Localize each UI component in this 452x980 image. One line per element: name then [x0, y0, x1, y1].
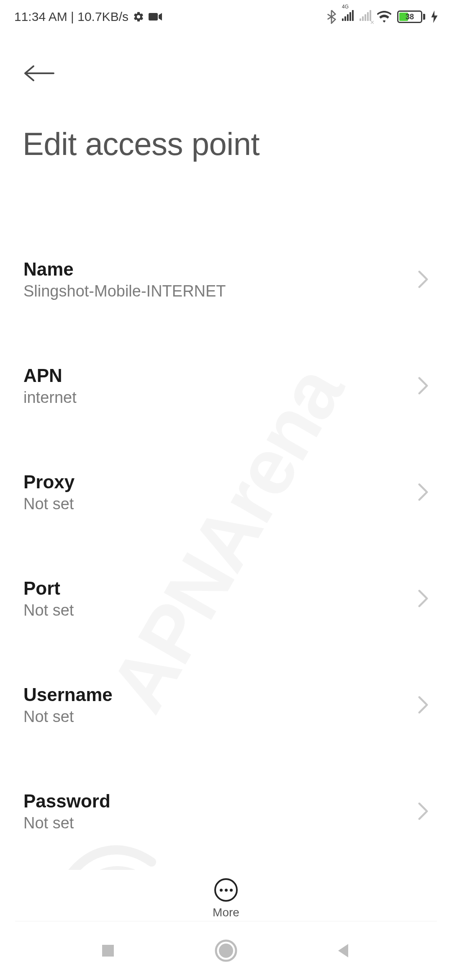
- setting-value: Not set: [23, 814, 110, 832]
- wifi-icon: [377, 11, 391, 23]
- setting-label: Username: [23, 684, 113, 705]
- setting-row-server[interactable]: Server Not set: [0, 864, 452, 875]
- signal-sim2-icon: ✕: [360, 10, 371, 24]
- more-button[interactable]: [214, 878, 238, 902]
- chevron-right-icon: [418, 589, 429, 608]
- battery-icon: 38: [397, 10, 425, 23]
- navigation-bar: [0, 921, 452, 980]
- settings-gear-icon: [133, 11, 144, 23]
- setting-value: Not set: [23, 708, 113, 726]
- bottom-toolbar: More: [0, 870, 452, 919]
- nav-recent-button[interactable]: [100, 942, 116, 959]
- setting-label: Port: [23, 578, 74, 599]
- status-bar: 11:34 AM | 10.7KB/s 4G: [0, 0, 452, 34]
- page-title: Edit access point: [23, 126, 259, 162]
- setting-label: Proxy: [23, 472, 74, 493]
- svg-rect-1: [149, 13, 158, 21]
- chevron-right-icon: [418, 802, 429, 820]
- bluetooth-icon: [327, 10, 336, 24]
- chevron-right-icon: [418, 270, 429, 289]
- setting-row-name[interactable]: Name Slingshot-Mobile-INTERNET: [0, 226, 452, 333]
- setting-row-password[interactable]: Password Not set: [0, 758, 452, 864]
- setting-row-proxy[interactable]: Proxy Not set: [0, 439, 452, 545]
- setting-row-port[interactable]: Port Not set: [0, 545, 452, 652]
- nav-home-button[interactable]: [215, 939, 237, 962]
- setting-label: APN: [23, 365, 77, 386]
- camera-icon: [149, 12, 162, 21]
- setting-label: Password: [23, 791, 110, 812]
- svg-point-4: [219, 944, 233, 958]
- chevron-right-icon: [418, 696, 429, 714]
- charging-icon: [431, 10, 438, 23]
- setting-row-apn[interactable]: APN internet: [0, 333, 452, 439]
- setting-value: Not set: [23, 495, 74, 513]
- settings-list: Name Slingshot-Mobile-INTERNET APN inter…: [0, 226, 452, 875]
- setting-value: Slingshot-Mobile-INTERNET: [23, 282, 226, 300]
- chevron-right-icon: [418, 377, 429, 395]
- setting-value: Not set: [23, 601, 74, 619]
- nav-back-button[interactable]: [336, 942, 352, 959]
- chevron-right-icon: [418, 483, 429, 501]
- more-label: More: [213, 906, 239, 919]
- signal-sim1-icon: 4G: [342, 10, 354, 24]
- back-button[interactable]: [23, 63, 56, 84]
- setting-label: Name: [23, 259, 226, 280]
- setting-row-username[interactable]: Username Not set: [0, 652, 452, 758]
- status-time: 11:34 AM | 10.7KB/s: [14, 10, 128, 24]
- svg-rect-2: [102, 945, 114, 957]
- setting-value: internet: [23, 389, 77, 407]
